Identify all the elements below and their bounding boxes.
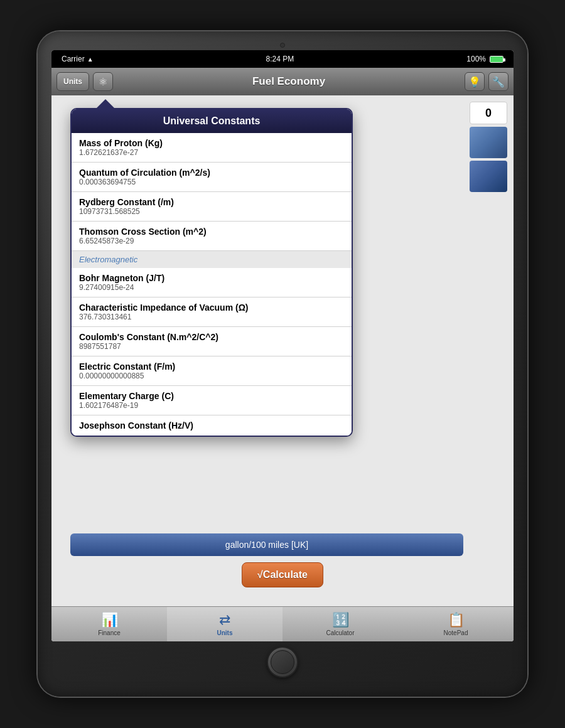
- constants-popup[interactable]: Universal Constants Mass of Proton (Kg) …: [70, 108, 353, 437]
- value-display: 0: [470, 102, 507, 124]
- camera: [280, 43, 285, 48]
- calculator-label: Calculator: [326, 629, 354, 636]
- units-selector[interactable]: gallon/100 miles [UK]: [70, 533, 463, 556]
- home-button[interactable]: [267, 646, 298, 678]
- status-right: 100%: [466, 55, 503, 63]
- time-display: 8:24 PM: [266, 55, 294, 63]
- list-item[interactable]: Quantum of Circulation (m^2/s) 0.0003636…: [72, 163, 352, 192]
- list-item[interactable]: Rydberg Constant (/m) 10973731.568525: [72, 192, 352, 222]
- item-name: Thomson Cross Section (m^2): [79, 227, 344, 237]
- tab-calculator[interactable]: 🔢 Calculator: [282, 607, 398, 641]
- list-item[interactable]: Thomson Cross Section (m^2) 6.65245873e-…: [72, 222, 352, 251]
- units-icon: ⇄: [219, 612, 230, 628]
- notepad-icon: 📋: [448, 612, 465, 628]
- units-label: Units: [217, 629, 233, 636]
- status-bar: Carrier ▲ 8:24 PM 100%: [51, 50, 514, 68]
- item-value: 0.000363694755: [79, 178, 344, 186]
- tab-bar: 📊 Finance ⇄ Units 🔢 Calculator 📋 NotePad: [51, 606, 514, 641]
- nav-bar: Units ⚛ Fuel Economy 💡 🔧: [51, 68, 514, 95]
- list-item[interactable]: Bohr Magneton (J/T) 9.27400915e-24: [72, 268, 352, 297]
- units-button[interactable]: Units: [56, 72, 89, 91]
- battery-fill: [490, 56, 503, 62]
- nav-title: Fuel Economy: [117, 75, 461, 88]
- carrier-text: Carrier: [62, 55, 85, 63]
- item-name: Characteristic Impedance of Vacuum (Ω): [79, 302, 344, 313]
- help-button[interactable]: 💡: [465, 72, 485, 91]
- item-value: 1.602176487e-19: [79, 401, 344, 410]
- home-button-inner: [271, 650, 294, 674]
- science-icon: ⚛: [99, 76, 107, 88]
- settings-icon: 🔧: [492, 76, 505, 88]
- wifi-icon: ▲: [87, 56, 94, 63]
- battery-icon: [490, 56, 503, 63]
- item-value: 9.27400915e-24: [79, 283, 344, 292]
- tab-notepad[interactable]: 📋 NotePad: [398, 607, 514, 641]
- finance-label: Finance: [98, 629, 121, 636]
- notepad-label: NotePad: [444, 629, 468, 636]
- item-name: Rydberg Constant (/m): [79, 197, 344, 207]
- item-value: 0.00000000000885: [79, 372, 344, 380]
- list-item[interactable]: Josephson Constant (Hz/V): [72, 415, 352, 436]
- carrier-area: Carrier ▲: [62, 55, 94, 63]
- screen: Carrier ▲ 8:24 PM 100% Units ⚛ Fuel Econ…: [51, 50, 514, 641]
- item-value: 6.65245873e-29: [79, 237, 344, 245]
- popup-header: Universal Constants: [72, 109, 352, 133]
- tab-units[interactable]: ⇄ Units: [167, 607, 282, 641]
- gradient-block-2: [470, 161, 507, 192]
- list-item[interactable]: Mass of Proton (Kg) 1.672621637e-27: [72, 133, 352, 163]
- list-item[interactable]: Electric Constant (F/m) 0.00000000000885: [72, 356, 352, 386]
- finance-icon: 📊: [101, 612, 118, 628]
- popup-arrow: [97, 99, 114, 108]
- right-panel: 0: [470, 102, 507, 192]
- item-name: Josephson Constant (Hz/V): [79, 420, 344, 431]
- section-header-electromagnetic: Electromagnetic: [72, 251, 352, 268]
- list-item[interactable]: Elementary Charge (C) 1.602176487e-19: [72, 386, 352, 415]
- popup-list[interactable]: Mass of Proton (Kg) 1.672621637e-27 Quan…: [72, 133, 352, 436]
- item-name: Bohr Magneton (J/T): [79, 273, 344, 283]
- item-name: Quantum of Circulation (m^2/s): [79, 168, 344, 178]
- item-value: 1.672621637e-27: [79, 148, 344, 157]
- item-value: 10973731.568525: [79, 207, 344, 216]
- help-icon: 💡: [468, 76, 481, 88]
- gradient-block-1: [470, 127, 507, 158]
- settings-button[interactable]: 🔧: [488, 72, 508, 91]
- item-value: 376.730313461: [79, 313, 344, 321]
- tablet-shell: Carrier ▲ 8:24 PM 100% Units ⚛ Fuel Econ…: [38, 31, 527, 697]
- item-value: 8987551787: [79, 342, 344, 351]
- list-item[interactable]: Coulomb's Constant (N.m^2/C^2) 898755178…: [72, 327, 352, 356]
- item-name: Coulomb's Constant (N.m^2/C^2): [79, 332, 344, 342]
- list-item[interactable]: Characteristic Impedance of Vacuum (Ω) 3…: [72, 297, 352, 327]
- item-name: Electric Constant (F/m): [79, 361, 344, 372]
- tab-finance[interactable]: 📊 Finance: [51, 607, 167, 641]
- calculator-icon: 🔢: [332, 612, 349, 628]
- item-name: Elementary Charge (C): [79, 391, 344, 401]
- science-button[interactable]: ⚛: [93, 72, 113, 91]
- units-btn-label: Units: [63, 77, 82, 86]
- calculate-button[interactable]: √Calculate: [242, 562, 323, 587]
- main-content: Universal Constants Mass of Proton (Kg) …: [51, 95, 514, 606]
- battery-text: 100%: [466, 55, 486, 63]
- item-name: Mass of Proton (Kg): [79, 138, 344, 148]
